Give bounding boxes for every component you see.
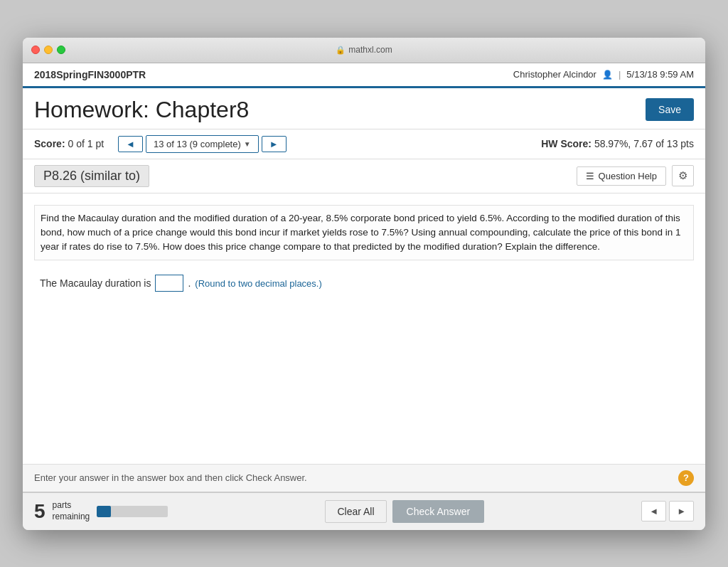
nav-right: Christopher Alcindor 👤 | 5/13/18 9:59 AM bbox=[513, 69, 694, 80]
question-id: P8.26 (similar to) bbox=[34, 165, 149, 187]
title-bar: 🔒 mathxl.com bbox=[23, 38, 705, 63]
hw-score: HW Score: 58.97%, 7.67 of 13 pts bbox=[541, 138, 694, 149]
nav-controls: ◄ 13 of 13 (9 complete) ▼ ► bbox=[118, 135, 287, 153]
minimize-button[interactable] bbox=[44, 46, 53, 54]
nav-progress[interactable]: 13 of 13 (9 complete) ▼ bbox=[146, 135, 259, 153]
list-icon: ☰ bbox=[586, 171, 594, 181]
prev-question-button[interactable]: ◄ bbox=[118, 136, 143, 152]
clear-all-button[interactable]: Clear All bbox=[325, 500, 386, 523]
user-icon: 👤 bbox=[602, 70, 613, 80]
footer-bar: 5 parts remaining Clear All Check Answer… bbox=[23, 492, 705, 530]
nav-bar: 2018SpringFIN3000PTR Christopher Alcindo… bbox=[23, 63, 705, 88]
course-label: 2018SpringFIN3000PTR bbox=[34, 69, 146, 80]
footer-next-button[interactable]: ► bbox=[669, 501, 694, 521]
footer-center: Clear All Check Answer bbox=[325, 500, 484, 523]
datetime: 5/13/18 9:59 AM bbox=[626, 69, 694, 80]
score-left: Score: 0 of 1 pt ◄ 13 of 13 (9 complete)… bbox=[34, 135, 287, 153]
check-answer-button[interactable]: Check Answer bbox=[392, 500, 484, 523]
progress-bar-fill bbox=[97, 506, 111, 517]
help-button[interactable]: ? bbox=[678, 470, 694, 486]
answer-line: The Macaulay duration is . (Round to two… bbox=[34, 272, 694, 295]
progress-bar bbox=[97, 506, 168, 517]
answer-prefix: The Macaulay duration is bbox=[40, 277, 151, 289]
next-question-button[interactable]: ► bbox=[262, 136, 287, 152]
score-text: Score: 0 of 1 pt bbox=[34, 138, 104, 149]
save-button[interactable]: Save bbox=[646, 98, 694, 121]
score-label: Score: bbox=[34, 138, 65, 149]
status-bar: Enter your answer in the answer box and … bbox=[23, 464, 705, 492]
score-bar: Score: 0 of 1 pt ◄ 13 of 13 (9 complete)… bbox=[23, 129, 705, 159]
window-title: 🔒 mathxl.com bbox=[336, 45, 392, 55]
maximize-button[interactable] bbox=[57, 46, 65, 54]
footer-nav: ◄ ► bbox=[641, 501, 694, 521]
footer-prev-button[interactable]: ◄ bbox=[641, 501, 666, 521]
question-tools: ☰ Question Help ⚙ bbox=[577, 165, 694, 186]
gear-icon: ⚙ bbox=[678, 169, 687, 181]
header-area: Homework: Chapter8 Save bbox=[23, 88, 705, 129]
traffic-lights bbox=[31, 46, 65, 54]
main-window: 🔒 mathxl.com 2018SpringFIN3000PTR Christ… bbox=[23, 38, 705, 530]
settings-button[interactable]: ⚙ bbox=[672, 165, 694, 186]
nav-separator: | bbox=[619, 69, 621, 80]
instruction-text: Enter your answer in the answer box and … bbox=[34, 472, 307, 483]
parts-count: 5 bbox=[34, 502, 46, 521]
parts-remaining: 5 parts remaining bbox=[34, 500, 168, 522]
hw-score-label: HW Score: bbox=[541, 138, 592, 149]
answer-suffix: . bbox=[188, 277, 191, 289]
parts-label: parts remaining bbox=[53, 500, 90, 522]
question-help-button[interactable]: ☰ Question Help bbox=[577, 166, 666, 186]
lock-icon: 🔒 bbox=[336, 46, 346, 55]
chevron-down-icon: ▼ bbox=[244, 140, 251, 148]
question-text: Find the Macaulay duration and the modif… bbox=[34, 205, 694, 261]
hw-score-value: 58.97%, 7.67 of 13 pts bbox=[594, 138, 694, 149]
main-content: Find the Macaulay duration and the modif… bbox=[23, 194, 705, 464]
score-value: 0 of 1 pt bbox=[68, 138, 104, 149]
close-button[interactable] bbox=[31, 46, 40, 54]
round-note[interactable]: (Round to two decimal places.) bbox=[195, 278, 321, 289]
page-title: Homework: Chapter8 bbox=[34, 97, 249, 123]
user-name: Christopher Alcindor bbox=[513, 69, 596, 80]
macaulay-duration-input[interactable] bbox=[155, 275, 183, 292]
question-header: P8.26 (similar to) ☰ Question Help ⚙ bbox=[23, 159, 705, 194]
